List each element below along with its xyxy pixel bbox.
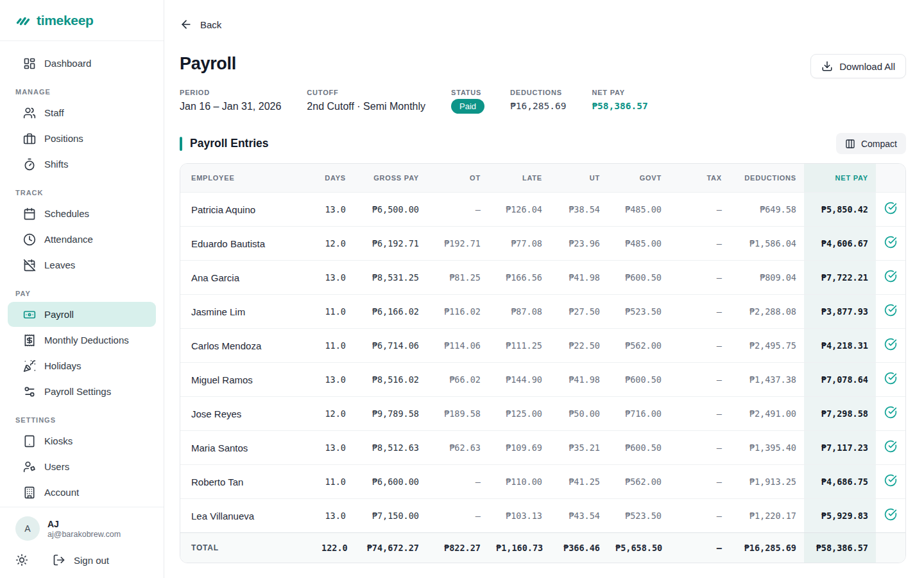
sidebar-item-account[interactable]: Account (8, 480, 156, 505)
settings-sliders-icon (23, 385, 36, 398)
stopwatch-icon (23, 158, 36, 171)
table-row[interactable]: Ana Garcia13.0₱8,531.25₱81.25₱166.56₱41.… (180, 261, 905, 295)
paid-check-icon[interactable] (876, 329, 905, 363)
sidebar-item-shifts[interactable]: Shifts (8, 152, 156, 177)
total-gross: ₱74,672.27 (354, 533, 427, 563)
sidebar-item-leaves[interactable]: Leaves (8, 252, 156, 277)
column-header-tax: Tax (669, 164, 730, 193)
cell-govt: ₱523.50 (608, 295, 669, 329)
sign-out-button[interactable]: Sign out (53, 554, 109, 566)
sidebar-item-holidays[interactable]: Holidays (8, 353, 156, 378)
cell-ut: ₱23.96 (550, 227, 608, 261)
sidebar-item-users[interactable]: Users (8, 454, 156, 479)
theme-toggle-sun-icon[interactable] (15, 554, 28, 566)
cell-late: ₱144.90 (488, 363, 550, 397)
sidebar-item-staff[interactable]: Staff (8, 100, 156, 125)
cell-employee: Patricia Aquino (180, 193, 314, 227)
cell-ot: — (427, 465, 488, 499)
download-all-label: Download All (839, 61, 895, 72)
deductions-value: ₱16,285.69 (510, 101, 566, 111)
tablet-icon (23, 435, 36, 448)
cell-employee: Jose Reyes (180, 397, 314, 431)
cell-gross: ₱6,500.00 (354, 193, 427, 227)
cell-late: ₱77.08 (488, 227, 550, 261)
column-header-net-pay: Net Pay (804, 164, 876, 193)
column-header-deductions: Deductions (730, 164, 804, 193)
timekeep-logo-icon (15, 13, 31, 28)
table-row[interactable]: Maria Santos13.0₱8,512.63₱62.63₱109.69₱3… (180, 431, 905, 465)
cell-ot: ₱192.71 (427, 227, 488, 261)
paid-check-icon[interactable] (876, 363, 905, 397)
sidebar-item-positions[interactable]: Positions (8, 126, 156, 151)
staff-icon (23, 107, 36, 119)
cell-days: 11.0 (314, 329, 354, 363)
cell-gross: ₱6,192.71 (354, 227, 427, 261)
table-row[interactable]: Roberto Tan11.0₱6,600.00—₱110.00₱41.25₱5… (180, 465, 905, 499)
cell-deductions: ₱1,586.04 (730, 227, 804, 261)
table-row[interactable]: Miguel Ramos13.0₱8,516.02₱66.02₱144.90₱4… (180, 363, 905, 397)
cell-ut: ₱50.00 (550, 397, 608, 431)
sidebar-item-schedules[interactable]: Schedules (8, 201, 156, 226)
cell-net: ₱4,686.75 (804, 465, 876, 499)
table-row[interactable]: Jose Reyes12.0₱9,789.58₱189.58₱125.00₱50… (180, 397, 905, 431)
paid-check-icon[interactable] (876, 397, 905, 431)
sidebar-item-label: Account (44, 487, 79, 498)
back-button[interactable]: Back (180, 18, 237, 31)
sidebar-item-kiosks[interactable]: Kiosks (8, 428, 156, 453)
paid-check-icon[interactable] (876, 499, 905, 533)
table-row[interactable]: Eduardo Bautista12.0₱6,192.71₱192.71₱77.… (180, 227, 905, 261)
sidebar-item-label: Staff (44, 107, 64, 118)
cell-late: ₱111.25 (488, 329, 550, 363)
cell-days: 13.0 (314, 261, 354, 295)
sidebar-item-label: Monthly Deductions (44, 335, 129, 346)
cell-late: ₱126.04 (488, 193, 550, 227)
section-accent-bar (180, 137, 182, 151)
cell-late: ₱110.00 (488, 465, 550, 499)
nav-section-label: Track (0, 177, 164, 200)
cell-employee: Ana Garcia (180, 261, 314, 295)
cell-late: ₱87.08 (488, 295, 550, 329)
cell-ot: — (427, 193, 488, 227)
paid-check-icon[interactable] (876, 431, 905, 465)
paid-check-icon[interactable] (876, 227, 905, 261)
sidebar-item-monthly-deductions[interactable]: Monthly Deductions (8, 328, 156, 353)
sidebar-item-payroll-settings[interactable]: Payroll Settings (8, 379, 156, 404)
cell-days: 13.0 (314, 363, 354, 397)
dashboard-icon (23, 57, 36, 70)
log-out-icon (53, 554, 65, 566)
paid-check-icon[interactable] (876, 295, 905, 329)
clock-icon (23, 233, 36, 246)
cell-net: ₱5,850.42 (804, 193, 876, 227)
cell-gross: ₱8,516.02 (354, 363, 427, 397)
table-row[interactable]: Jasmine Lim11.0₱6,166.02₱116.02₱87.08₱27… (180, 295, 905, 329)
sidebar-item-attendance[interactable]: Attendance (8, 227, 156, 252)
paid-check-icon[interactable] (876, 261, 905, 295)
cell-employee: Maria Santos (180, 431, 314, 465)
table-row[interactable]: Patricia Aquino13.0₱6,500.00—₱126.04₱38.… (180, 193, 905, 227)
cell-net: ₱7,078.64 (804, 363, 876, 397)
sidebar-item-label: Payroll (44, 309, 74, 320)
user-profile[interactable]: A AJ aj@barakobrew.com (15, 516, 148, 541)
table-row[interactable]: Carlos Mendoza11.0₱6,714.06₱114.06₱111.2… (180, 329, 905, 363)
table-row[interactable]: Lea Villanueva13.0₱7,150.00—₱103.13₱43.5… (180, 499, 905, 533)
cell-govt: ₱600.50 (608, 363, 669, 397)
sidebar-item-label: Schedules (44, 208, 89, 219)
paid-check-icon[interactable] (876, 193, 905, 227)
cell-deductions: ₱2,491.00 (730, 397, 804, 431)
compact-toggle-button[interactable]: Compact (836, 133, 906, 154)
cell-govt: ₱523.50 (608, 499, 669, 533)
download-all-button[interactable]: Download All (810, 54, 906, 78)
paid-check-icon[interactable] (876, 465, 905, 499)
cell-govt: ₱562.00 (608, 465, 669, 499)
nav-section-label: Settings (0, 405, 164, 428)
cell-net: ₱4,606.67 (804, 227, 876, 261)
cell-ut: ₱27.50 (550, 295, 608, 329)
cell-employee: Miguel Ramos (180, 363, 314, 397)
cell-govt: ₱716.00 (608, 397, 669, 431)
sidebar-item-label: Kiosks (44, 435, 73, 446)
sidebar-item-dashboard[interactable]: Dashboard (8, 51, 156, 76)
sidebar-item-payroll[interactable]: Payroll (8, 302, 156, 327)
cutoff-value: 2nd Cutoff · Semi Monthly (307, 101, 425, 112)
cell-tax: — (669, 397, 730, 431)
total-employee: TOTAL (180, 533, 314, 563)
